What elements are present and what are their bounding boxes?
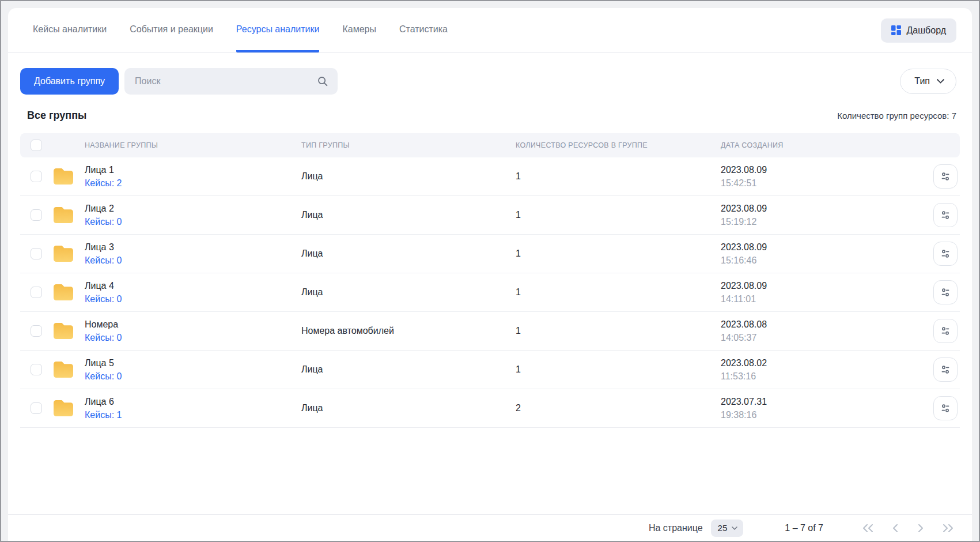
groups-table: НАЗВАНИЕ ГРУППЫ ТИП ГРУППЫ КОЛИЧЕСТВО РЕ…: [8, 133, 972, 428]
group-name: Лица 2: [85, 202, 301, 215]
row-checkbox[interactable]: [31, 171, 42, 182]
section-head: Все группы Количество групп ресурсов: 7: [8, 95, 972, 133]
search-input[interactable]: [124, 68, 338, 95]
row-checkbox[interactable]: [31, 325, 42, 337]
sliders-icon: [940, 171, 951, 182]
sliders-icon: [940, 248, 951, 259]
creation-time: 14:05:37: [721, 331, 916, 344]
folder-icon: [52, 322, 74, 340]
row-checkbox[interactable]: [31, 248, 42, 259]
table-row: Лица 1 Кейсы: 2 Лица 1 2023.08.09 15:42:…: [20, 157, 960, 196]
table-row: Лица 4 Кейсы: 0 Лица 1 2023.08.09 14:11:…: [20, 273, 960, 312]
table-row: Номера Кейсы: 0 Номера автомобилей 1 202…: [20, 312, 960, 351]
chevron-left-icon: [891, 524, 899, 532]
row-checkbox[interactable]: [31, 364, 42, 375]
sliders-icon: [940, 287, 951, 298]
per-page-value: 25: [718, 523, 728, 533]
tab-2[interactable]: События и реакции: [130, 8, 213, 52]
tab-bar: Кейсы аналитикиСобытия и реакцииРесурсы …: [8, 8, 972, 53]
group-type: Лица: [301, 287, 516, 298]
row-settings-button[interactable]: [933, 280, 958, 304]
pager-controls: [861, 524, 955, 532]
creation-time: 15:42:51: [721, 176, 916, 190]
group-name: Лица 3: [85, 240, 301, 254]
sliders-icon: [940, 209, 951, 221]
sliders-icon: [940, 325, 951, 337]
creation-date: 2023.08.09: [721, 163, 916, 176]
chevron-right-icon: [917, 524, 925, 532]
folder-icon: [52, 167, 74, 186]
chevron-down-icon: [732, 526, 737, 530]
row-settings-button[interactable]: [933, 396, 958, 420]
dashboard-button[interactable]: Дашборд: [881, 18, 957, 43]
folder-icon: [52, 244, 74, 263]
folder-icon: [52, 399, 74, 417]
next-page-button[interactable]: [917, 524, 925, 532]
add-group-button[interactable]: Добавить группу: [20, 68, 119, 95]
group-type: Лица: [301, 249, 516, 259]
dashboard-button-label: Дашборд: [907, 25, 947, 36]
tab-5[interactable]: Статистика: [399, 8, 448, 52]
cases-link[interactable]: Кейсы: 0: [85, 255, 122, 265]
row-checkbox[interactable]: [31, 209, 42, 221]
group-type: Лица: [301, 364, 516, 375]
creation-time: 11:53:16: [721, 370, 916, 383]
row-settings-button[interactable]: [933, 242, 958, 266]
table-row: Лица 2 Кейсы: 0 Лица 1 2023.08.09 15:19:…: [20, 196, 960, 235]
first-page-button[interactable]: [861, 524, 874, 532]
previous-page-button[interactable]: [891, 524, 899, 532]
header-resource-count: КОЛИЧЕСТВО РЕСУРСОВ В ГРУППЕ: [516, 141, 721, 149]
row-settings-button[interactable]: [933, 164, 958, 189]
pagination-bar: На странице 25 1 – 7 of 7: [8, 514, 972, 541]
row-checkbox[interactable]: [31, 287, 42, 298]
double-chevron-left-icon: [861, 524, 874, 532]
cases-link[interactable]: Кейсы: 0: [85, 333, 122, 342]
tab-3[interactable]: Ресурсы аналитики: [236, 8, 320, 52]
header-group-type: ТИП ГРУППЫ: [301, 141, 516, 149]
resource-count: 1: [516, 210, 721, 220]
table-row: Лица 5 Кейсы: 0 Лица 1 2023.08.02 11:53:…: [20, 351, 960, 389]
per-page-select[interactable]: 25: [711, 520, 744, 537]
folder-icon: [52, 206, 74, 224]
row-checkbox[interactable]: [31, 402, 42, 414]
type-filter-dropdown[interactable]: Тип: [900, 69, 956, 94]
row-settings-button[interactable]: [933, 319, 958, 343]
cases-link[interactable]: Кейсы: 1: [85, 410, 122, 420]
row-settings-button[interactable]: [933, 357, 958, 382]
resource-count: 1: [516, 171, 721, 182]
chevron-down-icon: [937, 79, 944, 84]
folder-icon: [52, 360, 74, 379]
resource-count: 1: [516, 326, 721, 336]
cases-link[interactable]: Кейсы: 0: [85, 371, 122, 381]
group-type: Лица: [301, 171, 516, 182]
row-settings-button[interactable]: [933, 203, 958, 227]
sliders-icon: [940, 364, 951, 375]
last-page-button[interactable]: [942, 524, 955, 532]
group-name: Лица 4: [85, 279, 301, 292]
creation-time: 19:38:16: [721, 408, 916, 421]
resource-count: 1: [516, 249, 721, 259]
resource-count: 2: [516, 403, 721, 413]
page-title: Все группы: [27, 110, 86, 122]
table-body: Лица 1 Кейсы: 2 Лица 1 2023.08.09 15:42:…: [20, 157, 960, 428]
tab-1[interactable]: Кейсы аналитики: [33, 8, 107, 52]
group-type: Номера автомобилей: [301, 326, 516, 336]
table-row: Лица 6 Кейсы: 1 Лица 2 2023.07.31 19:38:…: [20, 389, 960, 428]
type-filter-label: Тип: [914, 76, 930, 86]
window-frame: Кейсы аналитикиСобытия и реакцииРесурсы …: [0, 0, 980, 542]
header-created: ДАТА СОЗДАНИЯ: [721, 141, 916, 149]
creation-time: 15:19:12: [721, 215, 916, 228]
tabs: Кейсы аналитикиСобытия и реакцииРесурсы …: [33, 8, 448, 52]
header-group-name: НАЗВАНИЕ ГРУППЫ: [85, 141, 301, 149]
cases-link[interactable]: Кейсы: 0: [85, 217, 122, 227]
cases-link[interactable]: Кейсы: 0: [85, 294, 122, 304]
creation-date: 2023.08.02: [721, 356, 916, 370]
resource-count: 1: [516, 364, 721, 375]
group-name: Лица 1: [85, 163, 301, 176]
cases-link[interactable]: Кейсы: 2: [85, 178, 122, 188]
page-range-label: 1 – 7 of 7: [785, 523, 823, 533]
tab-4[interactable]: Камеры: [342, 8, 376, 52]
group-type: Лица: [301, 210, 516, 220]
select-all-checkbox[interactable]: [31, 140, 42, 151]
creation-date: 2023.08.09: [721, 240, 916, 254]
